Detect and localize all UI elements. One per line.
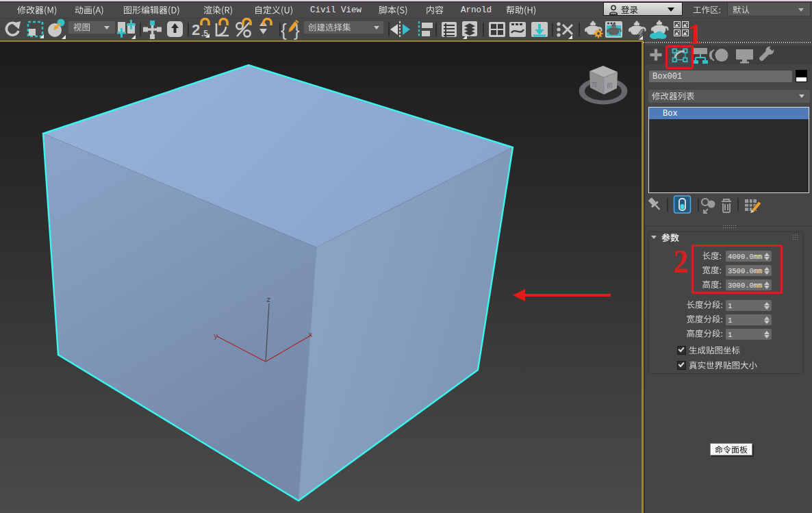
svg-text:{: {: [281, 20, 287, 40]
svg-text:2: 2: [192, 21, 200, 38]
svg-text:z: z: [266, 296, 271, 304]
svg-text:x: x: [308, 331, 313, 339]
svg-text:y: y: [214, 332, 218, 340]
